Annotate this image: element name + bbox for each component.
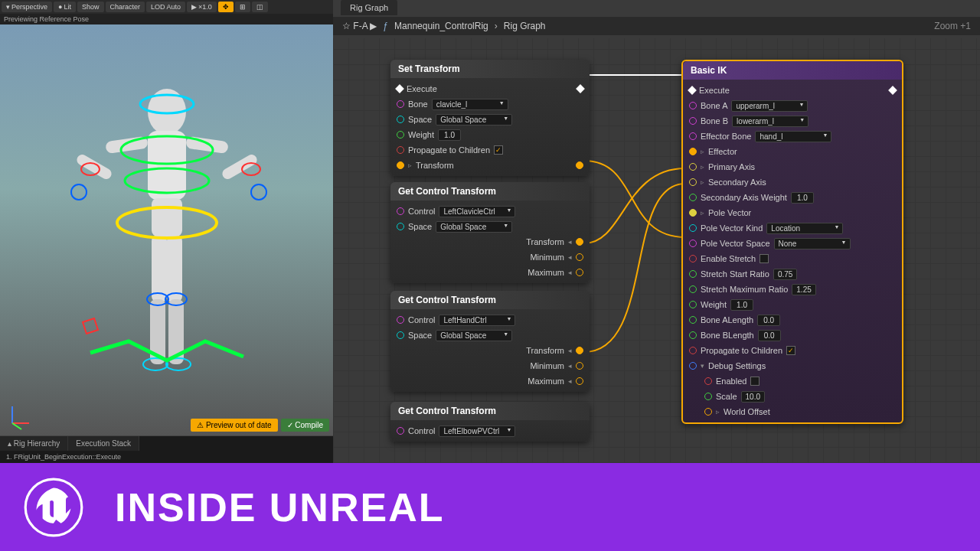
stretch-max-pin[interactable] [689, 285, 697, 293]
min-out-pin[interactable] [576, 253, 583, 261]
node-header[interactable]: Set Transform [390, 60, 590, 78]
enabled-checkbox[interactable] [750, 377, 760, 386]
node-header[interactable]: Get Control Transform [390, 182, 590, 201]
effector-bone-pin[interactable] [689, 132, 697, 140]
node-get-control-transform-3[interactable]: Get Control Transform ControlLeftElbowPV… [390, 402, 590, 442]
transform-mode-icon[interactable]: ✥ [218, 2, 234, 12]
snap-icon[interactable]: ⊞ [235, 2, 250, 12]
breadcrumb-graph[interactable]: Rig Graph [504, 21, 546, 31]
transform-out-pin[interactable] [576, 347, 583, 354]
scale-pin[interactable] [704, 393, 712, 400]
enable-stretch-checkbox[interactable] [760, 254, 769, 263]
node-header[interactable]: Get Control Transform [390, 291, 590, 309]
weight-pin[interactable] [689, 301, 697, 308]
bone-a-dropdown[interactable]: upperarm_l [731, 100, 808, 112]
enabled-pin[interactable] [704, 377, 712, 385]
control-pin[interactable] [397, 316, 404, 324]
node-header[interactable]: Basic IK [683, 61, 902, 80]
tab-rig-hierarchy[interactable]: ▴ Rig Hierarchy [0, 436, 68, 451]
node-graph[interactable]: Set Transform Execute Boneclavicle_l Spa… [333, 38, 980, 463]
weight-input[interactable]: 1.0 [438, 129, 461, 141]
compile-button[interactable]: ✓ Compile [281, 419, 329, 432]
lit-button[interactable]: ● Lit [54, 2, 76, 12]
max-out-pin[interactable] [576, 269, 583, 276]
debug-pin[interactable] [689, 362, 697, 370]
bone-b-dropdown[interactable]: lowerarm_l [732, 116, 808, 127]
scale-input[interactable]: 10.0 [741, 391, 765, 403]
propagate-checkbox[interactable]: ✓ [494, 145, 503, 155]
stretch-max-input[interactable]: 1.25 [792, 284, 815, 295]
space-dropdown[interactable]: Global Space [436, 114, 512, 126]
bone-a-pin[interactable] [689, 102, 697, 109]
preview-out-of-date-button[interactable]: ⚠ Preview out of date [191, 419, 277, 432]
control-pin[interactable] [397, 427, 404, 435]
pole-vector-pin[interactable] [689, 209, 697, 217]
max-out-pin[interactable] [576, 377, 583, 385]
pole-space-dropdown[interactable]: None [774, 238, 851, 249]
pole-space-pin[interactable] [689, 240, 697, 247]
propagate-pin[interactable] [397, 146, 404, 154]
exec-in-pin[interactable] [395, 84, 403, 93]
speed-button[interactable]: ▶ ×1.0 [187, 2, 217, 12]
sec-axis-weight-pin[interactable] [689, 194, 697, 201]
control-dropdown[interactable]: LeftElbowPVCtrl [439, 425, 515, 437]
control-dropdown[interactable]: LeftClavicleCtrl [439, 206, 515, 217]
breadcrumb-asset[interactable]: Mannequin_ControlRig [394, 21, 488, 31]
control-dropdown[interactable]: LeftHandCtrl [439, 315, 515, 326]
effector-pin[interactable] [689, 148, 697, 155]
character-button[interactable]: Character [106, 2, 145, 12]
control-pin[interactable] [397, 207, 404, 215]
bone-b-len-pin[interactable] [689, 331, 697, 339]
preview-note: Previewing Reference Pose [0, 14, 333, 24]
axis-gizmo-icon [5, 400, 35, 431]
transform-out-pin[interactable] [576, 238, 583, 246]
bone-b-len-input[interactable]: 0.0 [758, 330, 781, 341]
secondary-axis-pin[interactable] [689, 178, 697, 186]
exec-out-pin[interactable] [576, 84, 584, 93]
bone-b-pin[interactable] [689, 117, 697, 125]
enable-stretch-pin[interactable] [689, 255, 697, 262]
bone-a-len-input[interactable]: 0.0 [757, 315, 780, 326]
expand-icon[interactable]: ▹ [408, 161, 412, 169]
lod-button[interactable]: LOD Auto [146, 2, 185, 12]
space-pin[interactable] [397, 223, 404, 230]
tab-execution-stack[interactable]: Execution Stack [68, 436, 139, 451]
min-out-pin[interactable] [576, 362, 583, 370]
stretch-start-input[interactable]: 0.75 [773, 269, 797, 280]
pole-kind-dropdown[interactable]: Location [766, 223, 843, 234]
node-set-transform[interactable]: Set Transform Execute Boneclavicle_l Spa… [390, 60, 590, 176]
space-dropdown[interactable]: Global Space [436, 330, 512, 341]
show-button[interactable]: Show [77, 2, 104, 12]
node-get-control-transform-1[interactable]: Get Control Transform ControlLeftClavicl… [390, 182, 590, 283]
transform-pin[interactable] [397, 161, 404, 169]
space-pin[interactable] [397, 331, 404, 339]
transform-out-pin[interactable] [576, 161, 583, 169]
camera-icon[interactable]: ◫ [252, 2, 268, 12]
weight-input[interactable]: 1.0 [730, 299, 753, 311]
effector-dropdown[interactable]: hand_l [755, 131, 831, 142]
viewport-3d[interactable]: ⚠ Preview out of date ✓ Compile [0, 24, 333, 435]
node-header[interactable]: Get Control Transform [390, 402, 590, 420]
exec-in-pin[interactable] [688, 86, 696, 94]
space-pin[interactable] [397, 116, 404, 123]
svg-rect-2 [152, 198, 182, 236]
node-get-control-transform-2[interactable]: Get Control Transform ControlLeftHandCtr… [390, 291, 590, 392]
bone-a-len-pin[interactable] [689, 316, 697, 324]
execution-stack-item[interactable]: 1. FRigUnit_BeginExecution::Execute [0, 451, 333, 463]
propagate-pin[interactable] [689, 347, 697, 354]
tab-rig-graph[interactable]: Rig Graph [341, 0, 397, 15]
sec-axis-weight-input[interactable]: 1.0 [791, 192, 814, 204]
node-basic-ik[interactable]: Basic IK Execute Bone Aupperarm_l Bone B… [681, 60, 903, 424]
world-offset-pin[interactable] [704, 408, 712, 416]
perspective-button[interactable]: ▾ Perspective [2, 2, 52, 12]
bone-pin[interactable] [397, 100, 404, 108]
stretch-start-pin[interactable] [689, 270, 697, 278]
space-dropdown[interactable]: Global Space [436, 221, 512, 233]
exec-out-pin[interactable] [888, 86, 897, 94]
bone-dropdown[interactable]: clavicle_l [432, 99, 508, 110]
propagate-checkbox[interactable]: ✓ [786, 346, 795, 355]
breadcrumb-root[interactable]: ☆ F-A ▶ [342, 21, 377, 31]
weight-pin[interactable] [397, 131, 404, 139]
pole-kind-pin[interactable] [689, 224, 697, 232]
primary-axis-pin[interactable] [689, 163, 697, 171]
